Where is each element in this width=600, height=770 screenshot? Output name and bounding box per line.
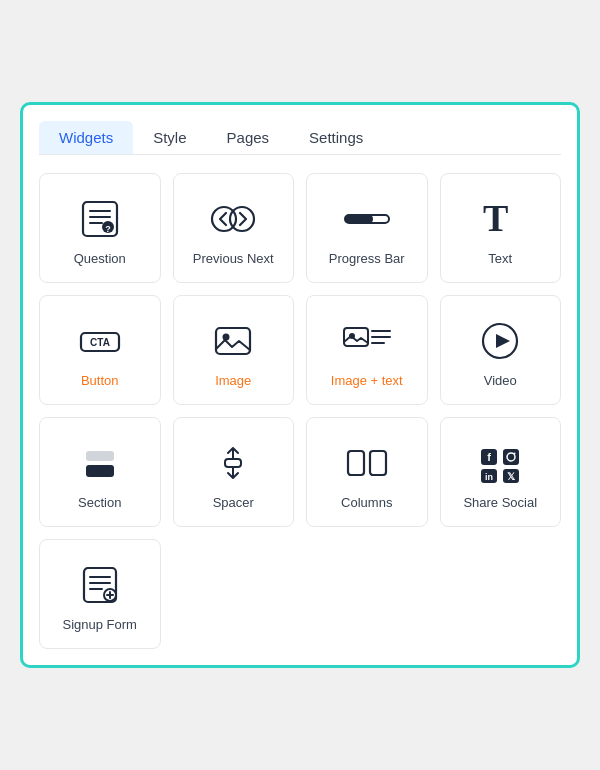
section-icon [78,441,122,485]
svg-text:T: T [483,197,508,239]
share-social-icon: f in 𝕏 [473,441,527,485]
widget-image-text[interactable]: Image + text [306,295,428,405]
signup-form-icon [78,563,122,607]
widget-question[interactable]: ? Question [39,173,161,283]
text-icon: T [478,197,522,241]
widgets-panel: Widgets Style Pages Settings ? Question [20,102,580,668]
svg-point-33 [514,452,516,454]
progress-bar-icon [340,197,394,241]
progress-bar-label: Progress Bar [329,251,405,266]
video-icon [478,319,522,363]
image-icon [211,319,255,363]
svg-point-14 [223,333,230,340]
question-icon: ? [78,197,122,241]
button-label: Button [81,373,119,388]
widget-share-social[interactable]: f in 𝕏 Share Social [440,417,562,527]
widget-spacer[interactable]: Spacer [173,417,295,527]
svg-text:CTA: CTA [90,337,110,348]
svg-rect-13 [216,328,250,354]
tab-bar: Widgets Style Pages Settings [39,121,561,155]
widget-signup-form[interactable]: Signup Form [39,539,161,649]
widget-section[interactable]: Section [39,417,161,527]
svg-text:in: in [485,472,493,482]
svg-text:f: f [487,451,491,463]
image-label: Image [215,373,251,388]
columns-label: Columns [341,495,392,510]
widget-columns[interactable]: Columns [306,417,428,527]
share-social-label: Share Social [463,495,537,510]
spacer-label: Spacer [213,495,254,510]
widget-text[interactable]: T Text [440,173,562,283]
tab-pages[interactable]: Pages [207,121,290,154]
tab-style[interactable]: Style [133,121,206,154]
svg-rect-9 [345,215,373,223]
widget-previous-next[interactable]: Previous Next [173,173,295,283]
svg-point-7 [230,207,254,231]
widget-image[interactable]: Image [173,295,295,405]
svg-rect-15 [344,328,368,346]
svg-rect-28 [370,451,386,475]
svg-marker-21 [496,334,510,348]
section-label: Section [78,495,121,510]
widget-video[interactable]: Video [440,295,562,405]
image-text-icon [340,319,394,363]
tab-widgets[interactable]: Widgets [39,121,133,154]
previous-next-label: Previous Next [193,251,274,266]
widget-button[interactable]: CTA Button [39,295,161,405]
video-label: Video [484,373,517,388]
columns-icon [340,441,394,485]
tab-settings[interactable]: Settings [289,121,383,154]
svg-rect-22 [86,451,114,461]
button-icon: CTA [73,319,127,363]
svg-rect-27 [348,451,364,475]
svg-text:𝕏: 𝕏 [507,470,516,481]
spacer-icon [211,441,255,485]
widget-grid: ? Question Previous Next [39,173,561,649]
svg-rect-31 [503,449,519,465]
svg-text:?: ? [105,223,111,233]
signup-form-label: Signup Form [63,617,137,632]
text-label: Text [488,251,512,266]
image-text-label: Image + text [331,373,403,388]
svg-rect-24 [225,459,241,467]
widget-progress-bar[interactable]: Progress Bar [306,173,428,283]
question-label: Question [74,251,126,266]
previous-next-icon [206,197,260,241]
svg-rect-23 [86,465,114,477]
